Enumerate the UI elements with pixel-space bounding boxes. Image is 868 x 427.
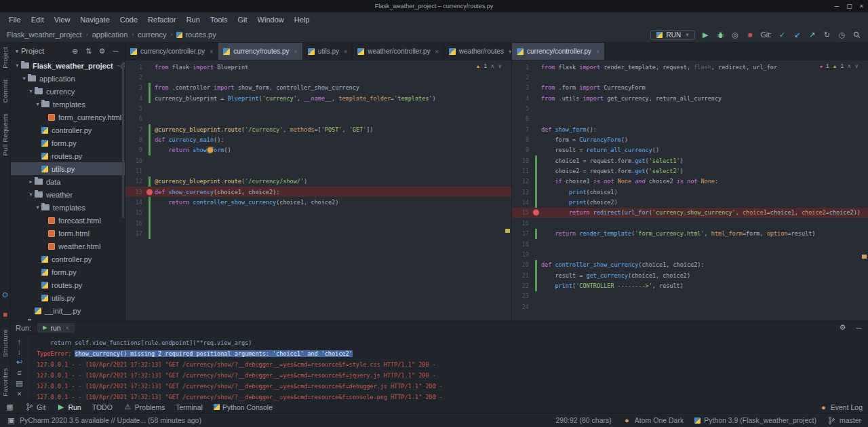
stripe-item-commit[interactable]: Commit xyxy=(1,79,9,103)
tree-item-form-py[interactable]: form.py xyxy=(11,136,125,149)
tree-item-form-currency-html[interactable]: form_currency.html xyxy=(11,111,125,124)
code-line-9[interactable]: 9 result = return_all_currency() xyxy=(512,145,868,155)
inspections-widget[interactable]: ●1▲1∧∨ xyxy=(820,62,859,69)
chevron-up-icon[interactable]: ∧ xyxy=(847,63,851,69)
locate-file-icon[interactable]: ⊕ xyxy=(71,47,79,56)
menu-git[interactable]: Git xyxy=(233,14,252,25)
clear-all-icon[interactable]: × xyxy=(15,390,24,398)
chevron-down-icon[interactable]: ∨ xyxy=(498,63,502,69)
run-button[interactable]: ▶ xyxy=(701,31,710,39)
close-tab-icon[interactable]: × xyxy=(435,48,439,55)
scrollbar-marker[interactable] xyxy=(862,255,867,259)
breadcrumb-flask-weather-project[interactable]: Flask_weather_project xyxy=(7,31,82,39)
status-color-scheme[interactable]: ●Atom One Dark xyxy=(623,416,684,424)
tree-item-controller-py[interactable]: controller.py xyxy=(11,253,125,265)
down-stack-trace-icon[interactable]: ↓ xyxy=(15,348,24,356)
tree-item-routes-py[interactable]: routes.py xyxy=(11,278,125,291)
code-line-3[interactable]: 3from .form import CurrencyForm xyxy=(512,83,868,93)
hide-icon[interactable]: ─ xyxy=(854,323,863,332)
code-line-6[interactable]: 6 xyxy=(125,114,511,124)
code-line-2[interactable]: 2 xyxy=(512,72,868,82)
code-line-12[interactable]: 12 if choice1 is not None and choice2 is… xyxy=(512,177,868,187)
stripe-item-project[interactable]: Project xyxy=(1,47,9,69)
code-line-17[interactable]: 17 return render_template('form_currency… xyxy=(512,229,868,239)
menu-code[interactable]: Code xyxy=(115,14,142,25)
print-icon[interactable]: ▤ xyxy=(15,379,24,388)
code-line-18[interactable]: 18 xyxy=(512,239,868,249)
run-console-output[interactable]: return self.view_functions[rule.endpoint… xyxy=(28,335,868,401)
scrollbar-marker[interactable] xyxy=(505,229,510,233)
code-line-16[interactable]: 16 xyxy=(512,218,868,228)
history-button[interactable]: ◷ xyxy=(837,31,846,39)
tree-item-templates[interactable]: ▾templates xyxy=(11,201,125,214)
code-line-11[interactable]: 11 choice2 = request.form.get('select2') xyxy=(512,166,868,176)
tree-item-templates[interactable]: ▾templates xyxy=(11,98,125,111)
code-line-19[interactable]: 19 xyxy=(512,249,868,259)
menu-tools[interactable]: Tools xyxy=(205,14,233,25)
breakpoint-icon[interactable] xyxy=(533,210,539,216)
toolwindow-git[interactable]: Git xyxy=(25,403,45,411)
close-button[interactable]: × xyxy=(860,3,863,10)
scrollbar[interactable] xyxy=(122,62,124,218)
stripe-item-favorites[interactable]: Favorites xyxy=(1,368,9,396)
tree-item-weather[interactable]: ▾weather xyxy=(11,188,125,201)
tree-item-form-html[interactable]: form.html xyxy=(11,227,125,240)
code-line-14[interactable]: 14 return controller_show_currency(choic… xyxy=(125,197,511,207)
status-cursor-position[interactable]: 290:92 (80 chars) xyxy=(555,416,611,424)
tree-item-currency[interactable]: ▾currency xyxy=(11,85,125,98)
code-line-5[interactable]: 5 xyxy=(512,103,868,113)
code-line-9[interactable]: 9 return show_form() xyxy=(125,145,511,155)
chevron-up-icon[interactable]: ∧ xyxy=(490,63,494,69)
code-line-8[interactable]: 8 form = CurrencyForm() xyxy=(512,134,868,145)
code-line-7[interactable]: 7def show_form(): xyxy=(512,124,868,134)
stop-button[interactable]: ■ xyxy=(746,31,755,39)
code-line-10[interactable]: 10 choice1 = request.form.get('select1') xyxy=(512,155,868,166)
tree-item-weather-html[interactable]: weather.html xyxy=(11,240,125,253)
debug-button[interactable] xyxy=(716,31,725,39)
code-line-24[interactable]: 24 xyxy=(512,301,868,312)
code-line-22[interactable]: 22 print('CONTROLLER -------->', result) xyxy=(512,280,868,291)
status-git-branch[interactable]: master xyxy=(827,416,861,424)
search-everywhere-button[interactable] xyxy=(852,31,861,39)
code-line-6[interactable]: 6 xyxy=(512,114,868,124)
code-line-8[interactable]: 8def currency_main(): xyxy=(125,134,511,145)
menu-navigate[interactable]: Navigate xyxy=(75,14,114,25)
code-line-3[interactable]: 3from .controller import show_form, cont… xyxy=(125,83,511,93)
close-tab-icon[interactable]: × xyxy=(66,324,69,331)
commit-button[interactable]: ✓ xyxy=(778,31,787,39)
stripe-item-structure[interactable]: Structure xyxy=(1,329,9,357)
menu-run[interactable]: Run xyxy=(182,14,205,25)
up-stack-trace-icon[interactable]: ↑ xyxy=(15,337,24,346)
tree-item-routes-py[interactable]: routes.py xyxy=(11,149,125,162)
code-line-1[interactable]: 1from flask import render_template, requ… xyxy=(512,62,868,72)
tree-item-flask-weather-project[interactable]: ▾Flask_weather_project~/PyCh xyxy=(11,59,125,72)
tree-item-utils-py[interactable]: utils.py xyxy=(11,162,125,175)
code-line-17[interactable]: 17 xyxy=(125,229,511,239)
breakpoint-icon[interactable] xyxy=(146,189,153,195)
code-line-16[interactable]: 16 xyxy=(125,218,511,228)
tree-item-controller-py[interactable]: controller.py xyxy=(11,124,125,136)
tab-weather-controller-py[interactable]: weather/controller.py× xyxy=(353,43,444,60)
menu-window[interactable]: Window xyxy=(253,14,289,25)
breadcrumb-application[interactable]: application xyxy=(92,31,128,39)
code-line-15[interactable]: 15 xyxy=(125,208,511,218)
tab-currency-controller-py[interactable]: currency/controller.py× xyxy=(125,43,218,60)
code-line-20[interactable]: 20def controller_show_currency(choice1, … xyxy=(512,260,868,270)
scroll-to-end-icon[interactable]: ≡ xyxy=(15,369,24,377)
code-line-11[interactable]: 11 xyxy=(125,166,511,176)
stripe-item-pull-requests[interactable]: Pull Requests xyxy=(1,113,9,156)
tree-item-forecast-html[interactable]: forecast.html xyxy=(11,214,125,227)
tree-item-utils-py[interactable]: utils.py xyxy=(11,291,125,304)
minimize-button[interactable]: ─ xyxy=(835,3,839,10)
tree-item-venv[interactable]: ▸venv xyxy=(11,317,125,320)
chevron-down-icon[interactable]: ▾ xyxy=(509,48,511,55)
tree-item-form-py[interactable]: form.py xyxy=(11,265,125,278)
collapse-all-icon[interactable]: ⇅ xyxy=(84,47,93,56)
tree-item-data[interactable]: ▸data xyxy=(11,175,125,188)
code-line-13[interactable]: 13def show_currency(choice1, choice2): xyxy=(125,187,511,197)
tab-weather-routes[interactable]: weather/routes▾ xyxy=(444,43,511,60)
menu-refactor[interactable]: Refactor xyxy=(143,14,181,25)
menu-edit[interactable]: Edit xyxy=(26,14,49,25)
menu-view[interactable]: View xyxy=(50,14,75,25)
rollback-button[interactable]: ↻ xyxy=(823,31,831,39)
